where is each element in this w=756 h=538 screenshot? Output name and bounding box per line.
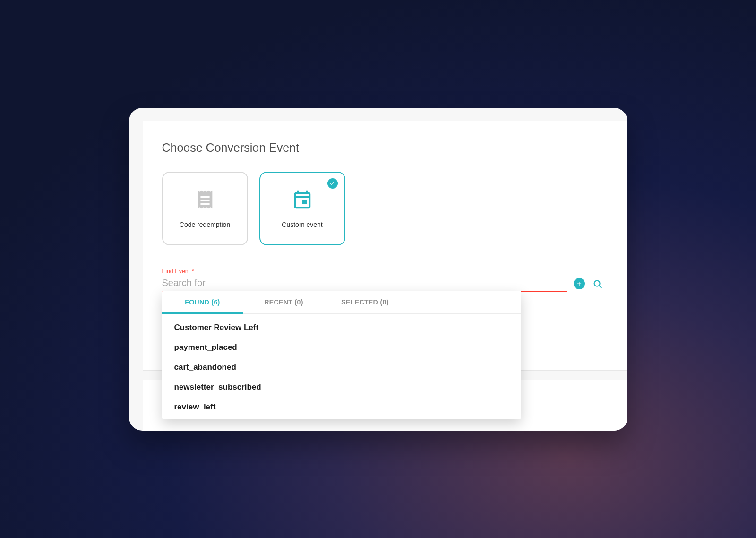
tab-selected[interactable]: SELECTED (0) <box>325 291 406 313</box>
option-code-redemption[interactable]: Code redemption <box>162 172 248 245</box>
svg-point-0 <box>594 280 600 286</box>
result-item[interactable]: cart_abandoned <box>162 357 521 377</box>
search-icon <box>593 279 603 289</box>
event-type-options: Code redemption Custom event <box>162 172 604 245</box>
option-label: Custom event <box>282 221 322 228</box>
tab-found[interactable]: FOUND (6) <box>162 291 243 313</box>
event-dropdown: FOUND (6) RECENT (0) SELECTED (0) Custom… <box>162 291 521 419</box>
modal-card: Choose Conversion Event Code redemption … <box>129 108 627 431</box>
result-item[interactable]: Customer Review Left <box>162 318 521 338</box>
dropdown-results: Customer Review Left payment_placed cart… <box>162 314 521 419</box>
option-custom-event[interactable]: Custom event <box>259 172 345 245</box>
search-input[interactable] <box>162 276 567 292</box>
find-event-field: Find Event * FOUND (6) RECENT (0) SELECT… <box>162 268 604 292</box>
find-event-label: Find Event * <box>162 268 604 275</box>
result-item[interactable]: payment_placed <box>162 338 521 357</box>
svg-line-1 <box>599 285 601 287</box>
add-button[interactable] <box>574 278 585 289</box>
option-label: Code redemption <box>180 221 230 228</box>
dropdown-tabs: FOUND (6) RECENT (0) SELECTED (0) <box>162 291 521 314</box>
search-row <box>162 276 604 292</box>
page-title: Choose Conversion Event <box>162 141 604 155</box>
result-item[interactable]: newsletter_subscribed <box>162 377 521 397</box>
search-button[interactable] <box>592 278 604 290</box>
result-item[interactable]: review_left <box>162 397 521 417</box>
tab-recent[interactable]: RECENT (0) <box>243 291 325 313</box>
main-panel: Choose Conversion Event Code redemption … <box>143 121 627 371</box>
plus-icon <box>576 280 583 287</box>
calendar-icon <box>292 189 313 212</box>
check-icon <box>327 178 338 189</box>
receipt-icon <box>194 189 216 212</box>
